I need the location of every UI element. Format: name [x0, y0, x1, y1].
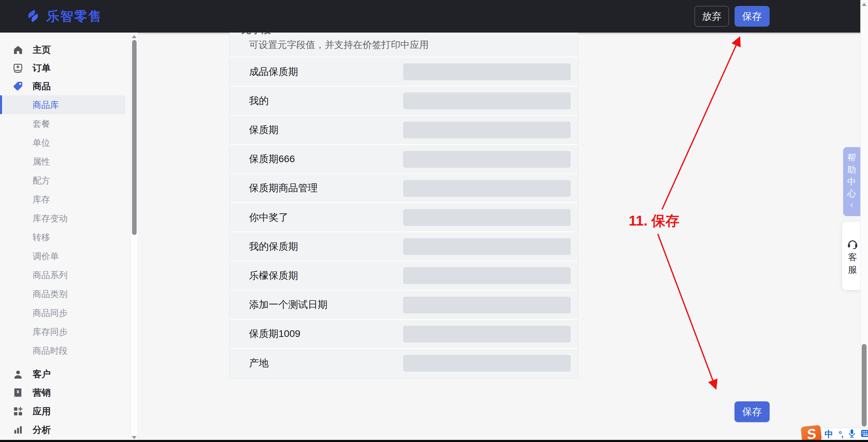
field-label: 成品保质期	[249, 65, 298, 78]
discard-button[interactable]: 放弃	[695, 6, 729, 27]
ime-language-toggle[interactable]: 中	[825, 428, 833, 440]
virtual-keyboard-icon[interactable]	[861, 430, 868, 438]
sidebar-item-营销[interactable]: ¥ 营销	[3, 384, 125, 402]
field-row: 保质期	[230, 116, 578, 145]
field-row: 保质期1009	[230, 320, 578, 349]
field-input[interactable]	[403, 122, 571, 138]
field-input[interactable]	[403, 297, 571, 313]
arrow-to-bottom-save	[658, 234, 716, 389]
field-row: 我的	[230, 87, 578, 116]
field-input[interactable]	[403, 326, 571, 343]
taskbar-edge	[0, 440, 868, 442]
ime-punctuation-toggle[interactable]: °,	[839, 429, 843, 439]
tag-icon	[13, 81, 23, 91]
field-input[interactable]	[403, 355, 571, 372]
field-label: 我的保质期	[249, 240, 298, 253]
field-label: 产地	[249, 357, 269, 370]
sidebar-item-属性[interactable]: 属性	[3, 152, 125, 171]
annotation-step-label: 11. 保存	[629, 211, 680, 230]
help-tab-char: 助	[847, 164, 856, 175]
sidebar-item-库存变动[interactable]: 库存变动	[3, 209, 125, 228]
field-input[interactable]	[403, 238, 571, 255]
field-label: 我的	[249, 94, 269, 108]
field-label: 保质期1009	[249, 327, 300, 340]
save-button-top[interactable]: 保存	[735, 6, 770, 27]
home-icon	[13, 45, 23, 55]
page-scroll-up-icon[interactable]	[862, 3, 867, 6]
sidebar-item-商品类别[interactable]: 商品类别	[3, 284, 125, 303]
sogou-ime-icon[interactable]: S	[801, 425, 822, 442]
sidebar-item-应用[interactable]: 应用	[3, 402, 125, 421]
sidebar-item-套餐[interactable]: 套餐	[3, 114, 125, 133]
sidebar-scrollbar-track[interactable]	[131, 33, 138, 442]
headset-icon	[847, 239, 858, 250]
ime-toolbar: 中 °,	[819, 428, 868, 441]
save-button-bottom[interactable]: 保存	[735, 401, 770, 422]
clipped-section-title: 元字段	[241, 33, 346, 34]
microphone-icon[interactable]	[848, 429, 856, 440]
sidebar-item-库存同步[interactable]: 库存同步	[3, 322, 125, 341]
analytics-icon	[13, 425, 23, 435]
field-label: 你中奖了	[249, 211, 288, 224]
sidebar-item-商品同步[interactable]: 商品同步	[3, 303, 125, 322]
card-intro-text: 可设置元字段值，并支持在价签打印中应用	[230, 33, 578, 57]
field-input[interactable]	[403, 209, 571, 226]
arrow-to-top-save	[662, 37, 740, 209]
sidebar-scroll-down-icon[interactable]	[132, 436, 137, 439]
sidebar-item-库存[interactable]: 库存	[3, 190, 125, 209]
customer-service-widget[interactable]: 客服	[842, 222, 863, 290]
sidebar-scrollbar-thumb[interactable]	[132, 40, 137, 235]
sidebar-item-调价单[interactable]: 调价单	[3, 247, 125, 265]
sidebar-item-商品库[interactable]: 商品库	[3, 95, 125, 114]
help-tab-char: 心	[847, 187, 856, 199]
orders-icon	[13, 63, 23, 73]
field-input[interactable]	[403, 63, 571, 80]
sidebar-item-单位[interactable]: 单位	[3, 133, 125, 152]
field-row: 我的保质期	[230, 232, 578, 261]
metafields-card: 元字段 可设置元字段值，并支持在价签打印中应用 成品保质期 我的 保质期 保质期…	[229, 33, 578, 379]
chevron-left-icon: ‹	[850, 200, 853, 209]
sidebar-item-商品[interactable]: 商品	[3, 77, 125, 95]
field-input[interactable]	[403, 151, 571, 168]
field-row: 添加一个测试日期	[230, 291, 578, 320]
field-input[interactable]	[403, 180, 571, 197]
help-tab-char: 中	[847, 175, 856, 187]
field-label: 保质期666	[249, 152, 295, 166]
brand: 乐智零售	[25, 8, 102, 25]
field-label: 保质期	[249, 123, 278, 137]
app-root: 乐智零售 放弃 保存 主页 订单 商品 商品库 套餐 单位	[0, 0, 868, 442]
field-row: 你中奖了	[230, 203, 578, 232]
page-scrollbar-thumb[interactable]	[862, 344, 867, 427]
help-tab-char: 帮	[847, 152, 856, 164]
sidebar-item-客户[interactable]: 客户	[3, 365, 125, 384]
sidebar-item-配方[interactable]: 配方	[3, 171, 125, 190]
field-row: 产地	[230, 349, 578, 378]
field-label: 保质期商品管理	[249, 181, 318, 195]
service-label-char: 客	[848, 251, 857, 263]
field-input[interactable]	[403, 92, 571, 109]
sidebar-item-主页[interactable]: 主页	[3, 41, 125, 59]
service-label-char: 服	[848, 264, 857, 276]
sidebar: 主页 订单 商品 商品库 套餐 单位 属性	[0, 33, 131, 442]
sidebar-item-商品时段[interactable]: 商品时段	[3, 341, 125, 360]
field-label: 添加一个测试日期	[249, 298, 328, 311]
sidebar-item-订单[interactable]: 订单	[3, 59, 125, 77]
customer-icon	[13, 370, 23, 379]
top-bar: 乐智零售 放弃 保存	[0, 0, 868, 33]
page-scrollbar-track[interactable]	[860, 0, 868, 442]
field-row: 乐檬保质期	[230, 261, 578, 290]
apps-icon	[13, 407, 23, 416]
sidebar-item-转移[interactable]: 转移	[3, 228, 125, 247]
sidebar-item-商品系列[interactable]: 商品系列	[3, 265, 125, 284]
field-row: 成品保质期	[230, 57, 578, 87]
marketing-icon: ¥	[13, 388, 23, 398]
field-label: 乐檬保质期	[249, 269, 298, 282]
sidebar-item-分析[interactable]: 分析	[3, 421, 125, 439]
field-input[interactable]	[403, 267, 571, 284]
sidebar-scroll-up-icon[interactable]	[132, 35, 137, 38]
field-row: 保质期666	[230, 145, 578, 174]
help-center-tab[interactable]: 帮助中心‹	[843, 147, 860, 216]
svg-text:¥: ¥	[16, 389, 19, 394]
brand-name: 乐智零售	[46, 8, 102, 25]
brand-logo-icon	[25, 8, 41, 25]
